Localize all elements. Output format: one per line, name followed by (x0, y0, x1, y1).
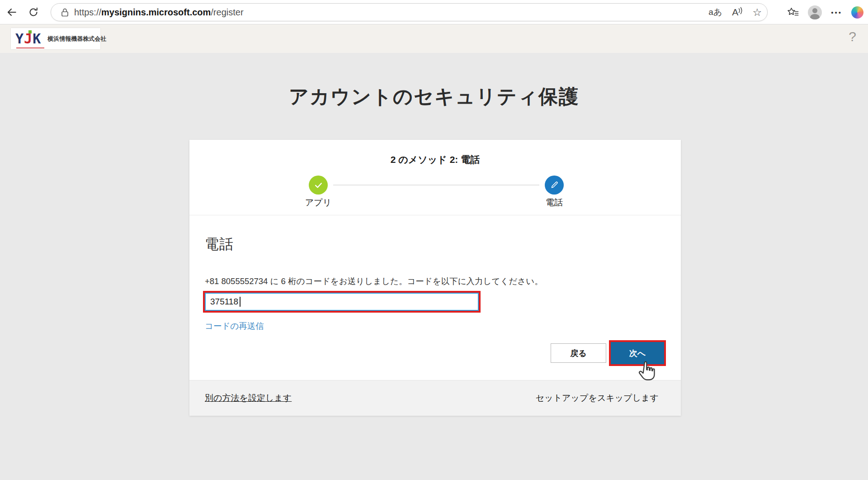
logo-letter-y: Y (15, 31, 24, 47)
browser-refresh-button[interactable] (25, 4, 42, 20)
step-label-phone: 電話 (527, 197, 581, 209)
read-aloud-icon[interactable]: A (732, 7, 742, 18)
app-root: https://mysignins.microsoft.com/register… (0, 0, 868, 480)
lock-icon[interactable] (61, 8, 69, 17)
browser-menu-icon[interactable]: ••• (831, 9, 842, 16)
next-button[interactable]: 次へ (611, 342, 664, 364)
page-title: アカウントのセキュリティ保護 (0, 84, 868, 110)
section-title-phone: 電話 (205, 235, 234, 254)
step-label-app: アプリ (291, 197, 345, 209)
avatar-body (810, 14, 820, 19)
add-favorite-icon[interactable]: ☆ (752, 7, 762, 18)
security-setup-card: 2 のメソッド 2: 電話 アプリ 電話 電話 +81 8055552734 に… (189, 140, 681, 416)
address-bar[interactable]: https://mysignins.microsoft.com/register… (51, 3, 768, 21)
setup-different-method-link[interactable]: 別の方法を設定します (205, 392, 292, 404)
logo-green-dot (28, 30, 32, 33)
card-footer: 別の方法を設定します セットアップをスキップします (189, 380, 681, 416)
favorites-hub-icon[interactable] (787, 7, 799, 17)
next-button-highlight: 次へ (609, 340, 666, 366)
check-icon (313, 180, 324, 190)
company-name: 横浜情報機器株式会社 (47, 35, 106, 43)
url-text[interactable]: https://mysignins.microsoft.com/register (74, 7, 244, 18)
card-divider (189, 215, 681, 215)
url-path: /register (211, 7, 243, 17)
code-sent-description: +81 8055552734 に 6 桁のコードをお送りしました。コードを以下に… (205, 276, 543, 287)
url-host: mysignins.microsoft.com (101, 7, 211, 17)
org-header: YJK 横浜情報機器株式会社 ? (0, 24, 868, 53)
translate-icon[interactable]: aあ (708, 6, 722, 18)
pencil-icon (549, 180, 559, 190)
browser-chrome: https://mysignins.microsoft.com/register… (0, 0, 868, 24)
profile-avatar[interactable] (808, 5, 822, 19)
avatar-head (812, 8, 817, 13)
browser-toolbar-right: ••• (787, 0, 863, 24)
logo-letter-k: K (33, 31, 41, 47)
back-arrow-icon (6, 6, 18, 18)
resend-code-link[interactable]: コードの再送信 (205, 320, 264, 332)
step-app-complete (309, 176, 328, 195)
logo-letters: YJK (15, 32, 41, 46)
org-logo: YJK 横浜情報機器株式会社 (11, 28, 100, 49)
back-button[interactable]: 戻る (551, 343, 606, 363)
address-bar-actions: aあ A ☆ (708, 4, 762, 21)
browser-back-button[interactable] (4, 4, 20, 20)
code-input-highlight (203, 291, 481, 313)
logo-subtext-line (16, 48, 44, 48)
text-caret (240, 297, 241, 307)
step-phone-current (545, 176, 564, 195)
skip-setup-link[interactable]: セットアップをスキップします (536, 392, 659, 404)
step-connector-line (333, 185, 539, 185)
method-progress-header: 2 のメソッド 2: 電話 (189, 153, 681, 166)
main-content: アカウントのセキュリティ保護 2 のメソッド 2: 電話 アプリ 電話 電話 +… (0, 53, 868, 480)
code-input[interactable] (205, 293, 479, 311)
sound-waves-icon (738, 7, 742, 14)
help-icon[interactable]: ? (849, 29, 856, 44)
copilot-icon[interactable] (851, 6, 863, 19)
url-scheme: https:// (74, 7, 101, 17)
refresh-icon (28, 7, 39, 18)
